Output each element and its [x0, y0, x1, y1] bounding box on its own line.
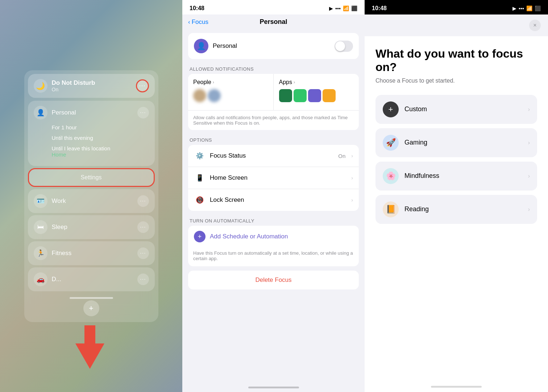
personal-label: Personal [52, 109, 133, 116]
work-label: Work [52, 197, 133, 205]
automation-description: Have this Focus turn on automatically at… [188, 247, 359, 266]
people-label: People [193, 79, 211, 86]
delete-focus-label: Delete Focus [255, 276, 291, 283]
reading-icon: 📙 [383, 201, 399, 217]
apps-label: Apps [279, 79, 292, 86]
lock-screen-chevron: › [351, 197, 353, 203]
for-1-hour-option[interactable]: For 1 hour [52, 122, 149, 132]
focus-settings-panel: 10:48 ▶ ▪▪▪ 📶 ⬛ ‹ Focus Personal 👤 Perso… [182, 0, 365, 392]
app-icon-4 [323, 89, 336, 102]
allowed-notifications-card: People › Apps › [188, 74, 359, 130]
close-button[interactable]: × [529, 20, 541, 31]
lock-screen-label: Lock Screen [210, 196, 347, 204]
status-icons: ▶ ▪▪▪ 📶 ⬛ [329, 5, 357, 11]
mindfulness-option[interactable]: 🌸 Mindfulness › [375, 162, 537, 191]
lock-screen-row[interactable]: 📵 Lock Screen › [188, 189, 359, 211]
turn-on-auto-header: TURN ON AUTOMATICALLY [188, 215, 359, 226]
sleep-icon: 🛏 [34, 220, 47, 234]
dnd-row[interactable]: 🌙 Do Not Disturb On ··· [28, 74, 155, 98]
until-location-option[interactable]: Until I leave this location Home [52, 143, 149, 159]
app-icon-1 [279, 89, 292, 102]
bottom-bar [70, 297, 113, 299]
driving-more-button[interactable]: ··· [137, 274, 149, 285]
reading-label: Reading [404, 205, 522, 213]
focus-popup: 🌙 Do Not Disturb On ··· 👤 Personal ··· F… [24, 70, 158, 322]
settings-button[interactable]: Settings [28, 168, 155, 187]
svg-marker-0 [75, 325, 104, 369]
work-more-button[interactable]: ··· [137, 195, 149, 207]
apps-card[interactable]: Apps › [274, 74, 359, 110]
control-center-panel: 🌙 Do Not Disturb On ··· 👤 Personal ··· F… [0, 0, 182, 392]
delete-focus-row[interactable]: Delete Focus [188, 271, 359, 289]
signal-icon: ▪▪▪ [335, 5, 341, 11]
nav-title: Personal [260, 18, 287, 26]
avatar-1 [193, 89, 206, 102]
focus-status-row[interactable]: ⚙️ Focus Status On › [188, 145, 359, 167]
gaming-icon: 🚀 [383, 135, 399, 151]
panel3-battery-icon: ⬛ [535, 5, 541, 11]
add-automation-icon: + [194, 231, 206, 242]
options-header: OPTIONS [188, 134, 359, 145]
allowed-notifications-header: ALLOWED NOTIFICATIONS [188, 63, 359, 74]
driving-focus-item[interactable]: 🚗 D... ··· [28, 267, 155, 291]
focus-picker-panel: 10:48 ▶ ▪▪▪ 📶 ⬛ × What do you want to fo… [365, 0, 548, 392]
nav-back-label: Focus [192, 18, 208, 26]
people-chevron: › [213, 80, 214, 85]
fitness-icon: 🏃 [34, 246, 47, 260]
add-focus-button[interactable]: + [83, 300, 99, 316]
home-screen-label: Home Screen [210, 174, 347, 182]
reading-option[interactable]: 📙 Reading › [375, 195, 537, 224]
red-arrow-indicator [75, 325, 104, 370]
dnd-subtitle: On [52, 87, 132, 92]
toggle-knob [335, 41, 345, 51]
fitness-more-button[interactable]: ··· [137, 247, 149, 259]
home-screen-row[interactable]: 📱 Home Screen › [188, 167, 359, 189]
profile-icon: 👤 [194, 39, 208, 53]
dnd-title: Do Not Disturb [52, 79, 132, 87]
custom-chevron: › [528, 106, 530, 113]
lock-screen-icon: 📵 [194, 194, 206, 206]
picker-title: What do you want to focus on? [375, 47, 537, 74]
personal-submenu: For 1 hour Until this evening Until I le… [34, 120, 149, 161]
personal-icon: 👤 [34, 106, 47, 120]
work-focus-item[interactable]: 🪪 Work ··· [28, 189, 155, 213]
nav-bar: ‹ Focus Personal [182, 14, 365, 29]
focus-status-label: Focus Status [210, 152, 334, 159]
gaming-label: Gaming [404, 139, 522, 146]
focus-status-icon: ⚙️ [194, 150, 206, 162]
personal-more-button[interactable]: ··· [137, 107, 149, 118]
wifi-icon: 📶 [343, 5, 349, 11]
notifications-row: People › Apps › [188, 74, 359, 110]
people-card[interactable]: People › [188, 74, 274, 110]
until-evening-option[interactable]: Until this evening [52, 133, 149, 143]
panel3-status-bar: 10:48 ▶ ▪▪▪ 📶 ⬛ [365, 0, 548, 14]
nav-back-button[interactable]: ‹ Focus [188, 18, 208, 26]
app-icon-3 [308, 89, 321, 102]
dnd-more-button[interactable]: ··· [136, 79, 149, 92]
custom-option[interactable]: + Custom › [375, 95, 537, 124]
location-icon: ▶ [329, 5, 333, 11]
panel3-home-indicator [431, 386, 482, 388]
gaming-option[interactable]: 🚀 Gaming › [375, 128, 537, 157]
focus-status-value: On [338, 153, 345, 159]
add-automation-row[interactable]: + Add Schedule or Automation [188, 226, 359, 247]
status-bar: 10:48 ▶ ▪▪▪ 📶 ⬛ [182, 0, 365, 14]
mindfulness-icon: 🌸 [383, 168, 399, 184]
chevron-left-icon: ‹ [188, 18, 190, 26]
panel3-status-icons: ▶ ▪▪▪ 📶 ⬛ [512, 5, 541, 11]
sleep-focus-item[interactable]: 🛏 Sleep ··· [28, 215, 155, 239]
home-screen-chevron: › [351, 175, 353, 181]
sleep-more-button[interactable]: ··· [137, 221, 149, 233]
panel3-signal-icon: ▪▪▪ [519, 5, 524, 11]
settings-content: 👤 Personal ALLOWED NOTIFICATIONS People … [182, 29, 365, 384]
personal-focus-item[interactable]: 👤 Personal ··· For 1 hour Until this eve… [28, 101, 155, 166]
driving-icon: 🚗 [34, 272, 47, 286]
personal-toggle[interactable] [335, 41, 353, 52]
panel3-wifi-icon: 📶 [526, 5, 532, 11]
moon-icon: 🌙 [34, 79, 47, 93]
mindfulness-chevron: › [528, 173, 530, 179]
fitness-focus-item[interactable]: 🏃 Fitness ··· [28, 241, 155, 265]
home-indicator [248, 387, 299, 388]
home-screen-icon: 📱 [194, 172, 206, 184]
people-avatars [193, 89, 268, 102]
